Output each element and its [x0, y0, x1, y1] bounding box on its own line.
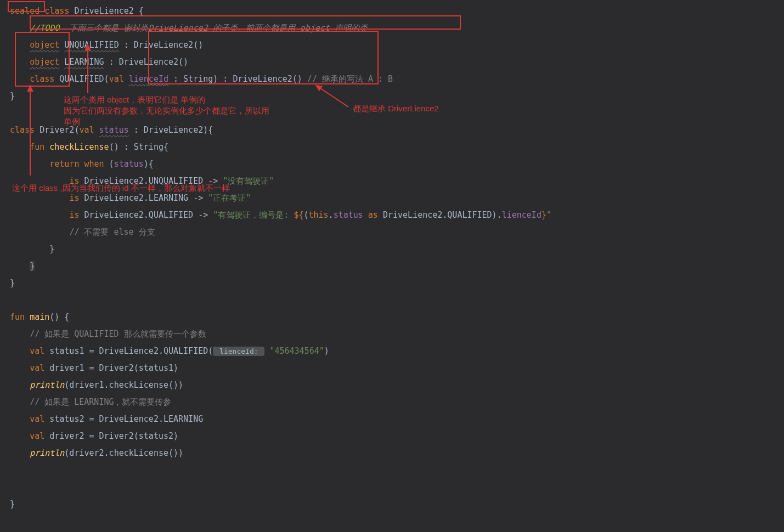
code-line-25: val driver2 = Driver2(status2) — [10, 428, 774, 445]
code-line-20: val status1 = DriveLience2.QUALIFIED( li… — [10, 343, 774, 360]
code-line-13: // 不需要 else 分支 — [10, 224, 774, 241]
code-line-3: object UNQUALIFIED : DriveLience2() — [10, 37, 774, 54]
annotation-inherit-note: 都是继承 DriverLience2 — [353, 103, 439, 114]
code-line-28: } — [10, 496, 774, 513]
code-line-9: return when (status){ — [10, 156, 774, 173]
code-line-22: println(driver1.checkLicense()) — [10, 377, 774, 394]
code-line-blank-d — [10, 479, 774, 496]
code-line-23: // 如果是 LEARNING，就不需要传参 — [10, 394, 774, 411]
code-line-2: //TODO 下面三个都是 密封类DriveLience2 的子类。前两个都是用… — [10, 20, 774, 37]
code-line-blank-c — [10, 462, 774, 479]
code-line-19: // 如果是 QUALIFIED 那么就需要传一个参数 — [10, 326, 774, 343]
param-hint: lienceId: — [213, 347, 264, 356]
code-line-21: val driver1 = Driver2(status1) — [10, 360, 774, 377]
code-line-12: is DriveLience2.QUALIFIED -> "有驾驶证，编号是: … — [10, 207, 774, 224]
annotation-object-note: 这两个类用 object，表明它们是 单例的 因为它们两没有参数，无论实例化多少… — [64, 94, 269, 127]
code-line-5: class QUALIFIED(val lienceId : String) :… — [10, 71, 774, 88]
annotation-class-note: 这个用 class ,因为当我们传的 id 不一样，那么对象就不一样 — [12, 183, 230, 194]
code-line-18: fun main() { — [10, 309, 774, 326]
code-line-15: } — [10, 258, 774, 275]
code-line-16: } — [10, 275, 774, 292]
code-line-26: println(driver2.checkLicense()) — [10, 445, 774, 462]
code-line-14: } — [10, 241, 774, 258]
code-line-4: object LEARNING : DriveLience2() — [10, 54, 774, 71]
code-line-blank-b — [10, 292, 774, 309]
code-line-24: val status2 = DriveLience2.LEARNING — [10, 411, 774, 428]
code-line-1: sealed class DriveLience2 { — [10, 3, 774, 20]
code-line-8: fun checkLicense() : String{ — [10, 139, 774, 156]
code-editor[interactable]: sealed class DriveLience2 { //TODO 下面三个都… — [0, 0, 784, 513]
